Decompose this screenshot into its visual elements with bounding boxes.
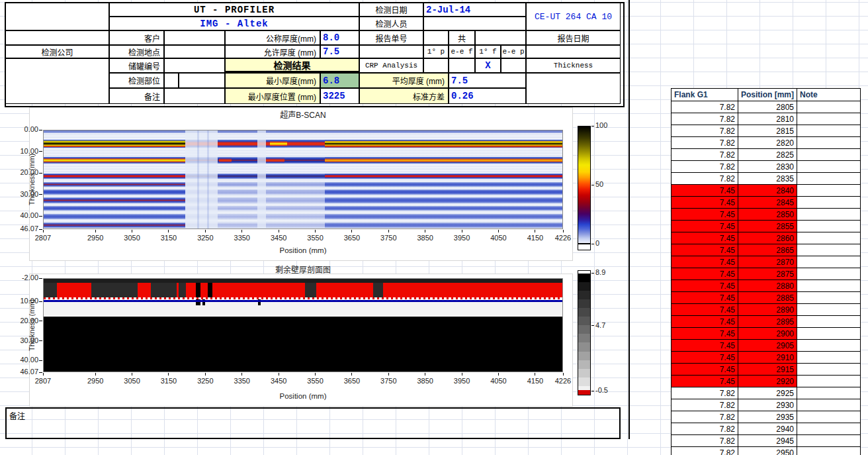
position-cell[interactable]: 2850 — [738, 209, 797, 220]
table-row[interactable]: 7.452875 — [672, 268, 860, 280]
table-row[interactable]: 7.452855 — [672, 221, 860, 232]
position-cell[interactable]: 2845 — [738, 197, 797, 208]
position-cell[interactable]: 2885 — [738, 292, 797, 303]
flank-cell[interactable]: 7.45 — [672, 376, 738, 387]
table-row[interactable]: 7.452880 — [672, 280, 860, 292]
empty-cell[interactable] — [501, 58, 526, 73]
position-cell[interactable]: 2855 — [738, 221, 797, 232]
cell-min-pos-label[interactable]: 最小厚度位置 (mm) — [225, 88, 320, 104]
note-cell[interactable] — [797, 447, 860, 455]
flank-cell[interactable]: 7.82 — [672, 447, 738, 455]
position-cell[interactable]: 2870 — [738, 256, 797, 268]
note-cell[interactable] — [797, 149, 860, 160]
table-row[interactable]: 7.822825 — [672, 149, 860, 161]
remarks-box[interactable]: 备注 — [5, 407, 621, 439]
empty-cell[interactable] — [179, 73, 225, 88]
flank-cell[interactable]: 7.82 — [672, 149, 738, 160]
table-row[interactable]: 7.452860 — [672, 232, 860, 244]
table-row[interactable]: 7.822835 — [672, 173, 860, 185]
table-row[interactable]: 7.452900 — [672, 328, 860, 340]
empty-cell[interactable] — [423, 17, 526, 30]
cell-thickness-label[interactable]: Thickness — [526, 58, 621, 73]
position-cell[interactable]: 2815 — [738, 125, 797, 136]
cell-date-value[interactable]: 2-Jul-14 — [423, 3, 526, 17]
table-row[interactable]: 7.452850 — [672, 209, 860, 221]
position-cell[interactable]: 2835 — [738, 173, 797, 184]
cell-allowed-label[interactable]: 允许厚度 (mm) — [225, 45, 320, 58]
table-header-position[interactable]: Position [mm] — [738, 89, 797, 101]
flank-cell[interactable]: 7.45 — [672, 209, 738, 220]
empty-cell[interactable] — [475, 30, 526, 45]
flank-cell[interactable]: 7.45 — [672, 340, 738, 351]
position-cell[interactable]: 2820 — [738, 137, 797, 148]
note-cell[interactable] — [797, 197, 860, 208]
empty-cell[interactable] — [359, 45, 423, 58]
note-cell[interactable] — [797, 244, 860, 256]
flank-cell[interactable]: 7.82 — [672, 435, 738, 446]
empty-cell[interactable] — [423, 58, 449, 73]
note-cell[interactable] — [797, 423, 860, 434]
cell-avg-label[interactable]: 平均厚度 (mm) — [359, 73, 449, 88]
position-cell[interactable]: 2905 — [738, 340, 797, 351]
empty-cell[interactable] — [164, 45, 225, 58]
cell-min-pos-value[interactable]: 3225 — [320, 88, 359, 104]
flank-cell[interactable]: 7.82 — [672, 113, 738, 125]
table-row[interactable]: 7.452920 — [672, 376, 860, 387]
flank-cell[interactable]: 7.45 — [672, 304, 738, 315]
flank-cell[interactable]: 7.82 — [672, 101, 738, 113]
empty-cell[interactable] — [164, 58, 225, 73]
empty-cell[interactable] — [526, 73, 621, 104]
flank-cell[interactable]: 7.82 — [672, 125, 738, 136]
note-cell[interactable] — [797, 113, 860, 125]
cell-1[interactable]: e-e f — [449, 45, 475, 58]
cell-report-no-label[interactable]: 报告单号 — [359, 30, 423, 45]
note-cell[interactable] — [797, 399, 860, 411]
cell-part-label[interactable]: 检测部位 — [109, 73, 164, 88]
cell-location-label[interactable]: 检测地点 — [109, 45, 164, 58]
note-cell[interactable] — [797, 137, 860, 148]
cell-result-label[interactable]: 检测结果 — [225, 58, 359, 73]
note-cell[interactable] — [797, 209, 860, 220]
empty-cell[interactable] — [5, 30, 109, 45]
table-header-note[interactable]: Note — [797, 89, 860, 101]
cell-avg-value[interactable]: 7.5 — [449, 73, 526, 88]
table-row[interactable]: 7.822950 — [672, 447, 860, 455]
table-row[interactable]: 7.822810 — [672, 113, 860, 125]
position-cell[interactable]: 2825 — [738, 149, 797, 160]
flank-cell[interactable]: 7.45 — [672, 197, 738, 208]
table-row[interactable]: 7.822935 — [672, 411, 860, 423]
note-cell[interactable] — [797, 256, 860, 268]
flank-cell[interactable]: 7.45 — [672, 364, 738, 375]
note-cell[interactable] — [797, 316, 860, 327]
note-cell[interactable] — [797, 376, 860, 387]
flank-cell[interactable]: 7.45 — [672, 316, 738, 327]
flank-cell[interactable]: 7.82 — [672, 399, 738, 411]
position-cell[interactable]: 2890 — [738, 304, 797, 315]
empty-cell[interactable] — [423, 30, 449, 45]
empty-cell[interactable] — [164, 73, 179, 88]
note-cell[interactable] — [797, 161, 860, 172]
table-row[interactable]: 7.452915 — [672, 364, 860, 376]
flank-cell[interactable]: 7.45 — [672, 292, 738, 303]
cell-company-label[interactable]: 检测公司 — [5, 45, 109, 58]
table-row[interactable]: 7.822925 — [672, 387, 860, 399]
flank-cell[interactable]: 7.82 — [672, 137, 738, 148]
table-row[interactable]: 7.822930 — [672, 399, 860, 411]
cell-total-label[interactable]: 共 — [449, 30, 475, 45]
position-cell[interactable]: 2935 — [738, 411, 797, 423]
flank-cell[interactable]: 7.45 — [672, 221, 738, 232]
note-cell[interactable] — [797, 352, 860, 363]
flank-cell[interactable]: 7.45 — [672, 280, 738, 291]
table-header-flank[interactable]: Flank G1 — [672, 89, 738, 101]
table-row[interactable]: 7.822945 — [672, 435, 860, 447]
position-cell[interactable]: 2810 — [738, 113, 797, 125]
position-cell[interactable]: 2945 — [738, 435, 797, 446]
note-cell[interactable] — [797, 232, 860, 244]
table-row[interactable]: 7.822815 — [672, 125, 860, 137]
note-cell[interactable] — [797, 304, 860, 315]
table-row[interactable]: 7.452870 — [672, 256, 860, 268]
cell-0[interactable]: 1° p — [423, 45, 449, 58]
position-cell[interactable]: 2860 — [738, 232, 797, 244]
cell-min-label[interactable]: 最小厚度(mm) — [225, 73, 320, 88]
table-row[interactable]: 7.452840 — [672, 185, 860, 197]
